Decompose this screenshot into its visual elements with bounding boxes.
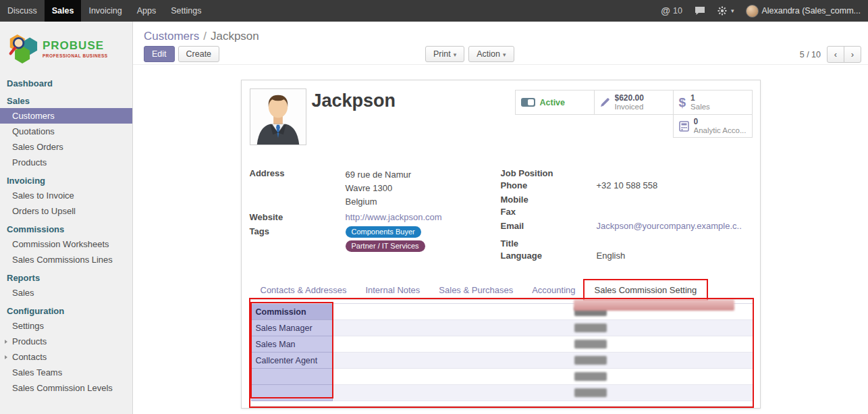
sidebar-heading-sales[interactable]: Sales — [0, 90, 132, 108]
sales-count: 1 — [690, 93, 710, 103]
chevron-down-icon: ▾ — [454, 51, 457, 58]
commission-table-header-row: Commission Level — [251, 304, 753, 320]
job-position-label: Job Position — [501, 168, 597, 179]
sidebar-item-products[interactable]: Products — [0, 155, 132, 170]
redacted-value — [574, 372, 607, 381]
breadcrumb-current: Jackpson — [211, 30, 259, 43]
field-email: Email Jackpson@yourcompany.example.c.. — [501, 221, 753, 232]
messages-button[interactable] — [688, 0, 711, 22]
pager-prev-button[interactable]: ‹ — [827, 46, 844, 63]
sidebar-item-sales-commission-levels[interactable]: Sales Commission Levels — [0, 380, 132, 396]
customer-avatar-image — [250, 89, 306, 145]
address-line: 69 rue de Namur — [346, 168, 412, 182]
sidebar-item-sales-orders[interactable]: Sales Orders — [0, 139, 132, 155]
invoiced-label: Invoiced — [615, 103, 644, 112]
app-menu: Discuss Sales Invoicing Apps Settings — [0, 0, 209, 22]
action-label: Action — [477, 49, 500, 59]
field-address: Address 69 rue de Namur Wavre 1300 Belgi… — [250, 168, 491, 209]
field-title: Title — [501, 238, 753, 249]
sidebar-heading-commissions[interactable]: Commissions — [0, 219, 132, 236]
tab-sales-purchases[interactable]: Sales & Purchases — [429, 281, 522, 299]
email-link[interactable]: Jackpson@yourcompany.example.c.. — [597, 221, 742, 232]
sidebar-item-reports-sales[interactable]: Sales — [0, 285, 132, 301]
analytic-label: Analytic Acco... — [694, 126, 747, 136]
sales-stat-button[interactable]: $ 1Sales — [673, 90, 753, 115]
breadcrumb-customers[interactable]: Customers — [144, 30, 199, 43]
phone-label: Phone — [501, 180, 597, 191]
language-value: English — [597, 251, 626, 261]
action-menu-button[interactable]: Action▾ — [468, 46, 514, 62]
user-menu[interactable]: Alexandra (Sales_comm... — [740, 0, 867, 22]
breadcrumb: Customers/Jackpson — [133, 22, 868, 45]
commission-row[interactable]: Callcenter Agent — [251, 353, 753, 369]
brand-logo[interactable]: PROBUSE PROFESSIONAL BUSINESS — [0, 22, 132, 73]
sidebar-item-commission-worksheets[interactable]: Commission Worksheets — [0, 236, 132, 252]
analytic-stat-button[interactable]: 0Analytic Acco... — [673, 114, 753, 138]
fax-label: Fax — [501, 207, 597, 217]
menu-sales[interactable]: Sales — [45, 0, 82, 22]
pager-next-button[interactable]: › — [844, 46, 861, 63]
sidebar-heading-configuration[interactable]: Configuration — [0, 301, 132, 318]
notebook-tabs: Contacts & Addresses Internal Notes Sale… — [250, 281, 752, 300]
menu-apps[interactable]: Apps — [130, 0, 164, 22]
sidebar-item-customers[interactable]: Customers — [0, 108, 132, 124]
customer-name: Jackpson — [312, 90, 396, 111]
tab-sales-commission-setting[interactable]: Sales Commission Setting — [585, 281, 707, 299]
tab-accounting[interactable]: Accounting — [522, 281, 585, 299]
sidebar-item-orders-to-upsell[interactable]: Orders to Upsell — [0, 203, 132, 219]
chevron-down-icon: ▾ — [503, 51, 506, 58]
empty-list-line — [251, 406, 753, 407]
logo-hexagons-icon — [8, 31, 38, 66]
commission-table: Commission Level Sales Manager Sales Man… — [251, 303, 753, 401]
at-icon: @ — [661, 5, 670, 16]
sidebar-item-config-contacts[interactable]: Contacts — [0, 349, 132, 365]
top-navbar: Discuss Sales Invoicing Apps Settings @ … — [0, 0, 868, 22]
debug-menu-button[interactable]: ▾ — [711, 0, 740, 22]
sidebar: PROBUSE PROFESSIONAL BUSINESS Dashboard … — [0, 22, 133, 414]
commission-row[interactable]: Sales Manager — [251, 320, 753, 336]
chat-icon — [695, 6, 705, 16]
commission-level-cell[interactable]: Sales Manager — [251, 320, 333, 336]
breadcrumb-separator: / — [203, 30, 207, 43]
menu-invoicing[interactable]: Invoicing — [81, 0, 129, 22]
commission-level-cell[interactable]: Callcenter Agent — [251, 353, 333, 369]
sidebar-item-quotations[interactable]: Quotations — [0, 124, 132, 139]
commission-row[interactable]: Sales Man — [251, 336, 753, 353]
invoiced-stat-button[interactable]: $620.00Invoiced — [594, 90, 674, 115]
sidebar-heading-invoicing[interactable]: Invoicing — [0, 170, 132, 188]
tab-internal-notes[interactable]: Internal Notes — [356, 281, 429, 299]
field-website: Website http://www.jackpson.com — [250, 212, 491, 223]
address-line: Belgium — [346, 195, 412, 209]
tag-partner-it-services: Partner / IT Services — [346, 240, 425, 252]
mentions-count: 10 — [673, 6, 682, 16]
sidebar-heading-reports[interactable]: Reports — [0, 267, 132, 285]
tab-contacts-addresses[interactable]: Contacts & Addresses — [251, 281, 356, 299]
menu-discuss[interactable]: Discuss — [0, 0, 45, 22]
gear-icon — [717, 6, 727, 16]
field-fax: Fax — [501, 207, 753, 217]
mentions-button[interactable]: @ 10 — [655, 0, 688, 22]
commission-row-empty[interactable] — [251, 385, 753, 401]
website-label: Website — [250, 212, 346, 223]
create-button[interactable]: Create — [178, 46, 220, 62]
customer-form-sheet: Jackpson Active $620.00Invoiced $ 1Sales — [241, 80, 761, 409]
dollar-icon: $ — [679, 96, 686, 109]
sidebar-item-sales-teams[interactable]: Sales Teams — [0, 365, 132, 380]
pager-count: 5 / 10 — [800, 50, 821, 59]
sidebar-item-sales-commissions-lines[interactable]: Sales Commissions Lines — [0, 252, 132, 267]
commission-level-header[interactable]: Commission Level — [251, 304, 333, 320]
edit-button[interactable]: Edit — [144, 46, 175, 62]
menu-settings[interactable]: Settings — [163, 0, 209, 22]
website-link[interactable]: http://www.jackpson.com — [346, 212, 442, 223]
print-menu-button[interactable]: Print▾ — [425, 46, 464, 62]
sidebar-heading-dashboard[interactable]: Dashboard — [0, 73, 132, 90]
commission-row-empty[interactable] — [251, 369, 753, 385]
redacted-value — [574, 340, 607, 348]
commission-level-cell[interactable]: Sales Man — [251, 336, 333, 353]
sidebar-item-sales-to-invoice[interactable]: Sales to Invoice — [0, 188, 132, 203]
address-line: Wavre 1300 — [346, 182, 412, 195]
tag-components-buyer: Components Buyer — [346, 226, 421, 238]
active-toggle-button[interactable]: Active — [515, 90, 595, 115]
sidebar-item-settings[interactable]: Settings — [0, 318, 132, 334]
sidebar-item-config-products[interactable]: Products — [0, 334, 132, 349]
